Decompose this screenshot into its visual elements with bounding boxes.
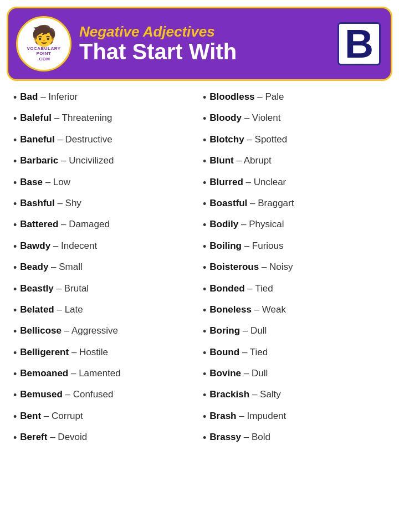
word-bold: Bent — [20, 411, 41, 421]
header-subtitle: Negative Adjectives — [79, 24, 332, 40]
word-entry: Baneful – Destructive — [20, 134, 112, 146]
word-entry: Brackish – Salty — [209, 388, 281, 401]
bullet-icon: • — [13, 368, 17, 381]
letter-box: B — [337, 22, 381, 65]
bullet-icon: • — [203, 112, 206, 125]
word-bold: Brackish — [209, 389, 249, 400]
list-item: • Brash – Impudent — [203, 410, 386, 423]
word-entry: Brash – Impudent — [209, 410, 286, 422]
word-bold: Bawdy — [20, 241, 50, 251]
bullet-icon: • — [13, 177, 17, 190]
word-definition: – Braggart — [250, 198, 294, 208]
bullet-icon: • — [13, 91, 17, 104]
column-right: • Bloodless – Pale • Bloody – Violent • … — [200, 91, 389, 453]
word-bold: Bad — [20, 91, 38, 102]
word-definition: – Violent — [244, 112, 281, 123]
word-bold: Beady — [20, 262, 48, 272]
word-bold: Boastful — [209, 198, 247, 208]
word-entry: Boiling – Furious — [209, 240, 283, 252]
word-entry: Brassy – Bold — [209, 431, 270, 443]
letter-display: B — [345, 24, 374, 64]
bullet-icon: • — [13, 112, 17, 125]
word-entry: Base – Low — [20, 176, 70, 188]
word-definition: – Physical — [241, 219, 284, 229]
word-bold: Bodily — [209, 219, 238, 229]
bullet-icon: • — [203, 411, 206, 423]
word-definition: – Corrupt — [44, 411, 83, 421]
word-bold: Bloody — [209, 112, 242, 123]
word-definition: – Brutal — [57, 283, 89, 294]
word-definition: – Lamented — [71, 368, 121, 378]
word-bold: Belligerent — [20, 347, 69, 357]
word-entry: Bent – Corrupt — [20, 410, 83, 422]
word-entry: Bad – Inferior — [20, 91, 78, 103]
word-entry: Beastly – Brutal — [20, 283, 89, 295]
list-item: • Bound – Tied — [203, 346, 386, 360]
bullet-icon: • — [13, 155, 17, 168]
word-bold: Bloodless — [209, 91, 254, 102]
logo-mascot: 🧒 — [32, 26, 57, 46]
word-entry: Blunt – Abrupt — [209, 155, 272, 167]
bullet-icon: • — [203, 262, 206, 274]
bullet-icon: • — [203, 91, 206, 104]
list-item: • Boring – Dull — [203, 325, 386, 338]
bullet-icon: • — [13, 325, 17, 338]
word-bold: Barbaric — [20, 155, 58, 166]
bullet-icon: • — [13, 134, 17, 147]
word-entry: Bloodless – Pale — [209, 91, 284, 103]
bullet-icon: • — [203, 432, 206, 444]
word-entry: Bawdy – Indecent — [20, 240, 97, 252]
word-entry: Bemused – Confused — [20, 388, 113, 401]
list-item: • Battered – Damaged — [13, 218, 196, 232]
list-item: • Blunt – Abrupt — [203, 155, 386, 168]
word-definition: – Aggressive — [64, 325, 118, 336]
bullet-icon: • — [13, 198, 17, 211]
word-entry: Belated – Late — [20, 304, 83, 316]
bullet-icon: • — [13, 347, 17, 360]
list-item: • Bellicose – Aggressive — [13, 325, 196, 338]
word-entry: Blotchy – Spotted — [209, 134, 287, 146]
bullet-icon: • — [203, 198, 206, 211]
bullet-icon: • — [203, 283, 206, 296]
word-bold: Brash — [209, 411, 236, 421]
header-main-title: That Start With — [79, 39, 332, 64]
word-bold: Brassy — [209, 432, 241, 442]
bullet-icon: • — [13, 432, 17, 444]
bullet-icon: • — [203, 325, 206, 338]
bullet-icon: • — [203, 177, 206, 190]
list-item: • Boastful – Braggart — [203, 197, 386, 211]
word-definition: – Low — [45, 177, 70, 187]
word-definition: – Unclear — [246, 177, 287, 187]
bullet-icon: • — [203, 389, 206, 402]
logo: 🧒 VOCABULARYPOINT.COM — [16, 16, 71, 71]
bullet-icon: • — [13, 304, 17, 317]
word-definition: – Destructive — [57, 134, 112, 145]
word-entry: Baleful – Threatening — [20, 112, 112, 124]
word-definition: – Hostile — [71, 347, 108, 357]
word-entry: Bovine – Dull — [209, 367, 268, 380]
word-entry: Bodily – Physical — [209, 218, 284, 231]
word-definition: – Threatening — [54, 112, 112, 123]
word-definition: – Spotted — [247, 134, 287, 145]
word-bold: Boiling — [209, 241, 242, 251]
word-bold: Bovine — [209, 368, 241, 378]
list-item: • Bemused – Confused — [13, 388, 196, 402]
word-definition: – Tied — [247, 283, 273, 294]
bullet-icon: • — [203, 241, 206, 253]
header-title: Negative Adjectives That Start With — [79, 24, 332, 64]
word-definition: – Salty — [252, 389, 281, 400]
list-item: • Bodily – Physical — [203, 218, 386, 232]
word-definition: – Furious — [244, 241, 284, 251]
bullet-icon: • — [203, 304, 206, 317]
word-bold: Baleful — [20, 112, 52, 123]
word-entry: Boneless – Weak — [209, 304, 286, 316]
list-item: • Blurred – Unclear — [203, 176, 386, 190]
word-entry: Bonded – Tied — [209, 283, 273, 295]
word-bold: Bemused — [20, 389, 63, 400]
list-item: • Blotchy – Spotted — [203, 134, 386, 147]
word-definition: – Bold — [244, 432, 270, 442]
bullet-icon: • — [13, 283, 17, 296]
list-item: • Bovine – Dull — [203, 367, 386, 381]
list-item: • Bemoaned – Lamented — [13, 367, 196, 381]
word-bold: Bellicose — [20, 325, 62, 336]
